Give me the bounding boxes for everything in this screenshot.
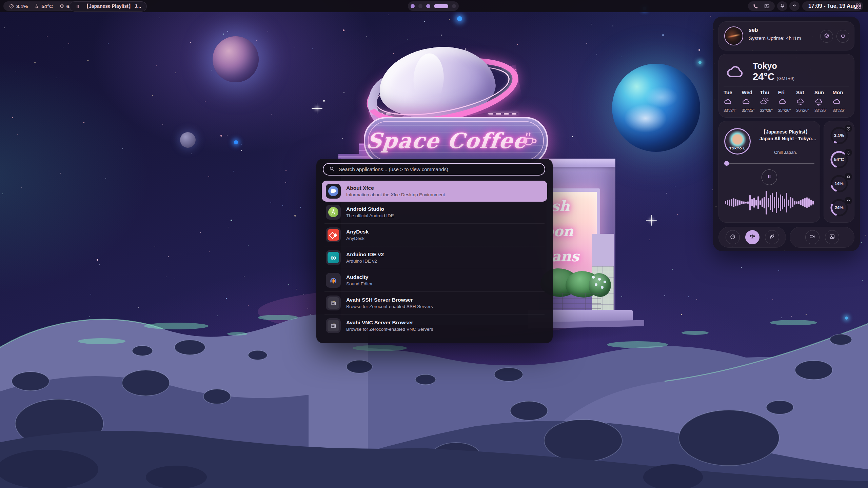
balanced-toggle[interactable] <box>745 230 760 244</box>
workspace-dot-3[interactable] <box>426 4 430 8</box>
screen-record-button[interactable] <box>805 230 820 244</box>
weather-icon <box>724 97 732 106</box>
workspace-dot-2[interactable] <box>418 4 422 8</box>
network-port-icon <box>326 318 341 333</box>
wallpaper-icon[interactable] <box>764 3 770 9</box>
weather-icon <box>778 97 787 106</box>
weather-icon <box>814 97 823 106</box>
app-row-anydesk[interactable]: AnyDesk AnyDesk <box>322 224 547 245</box>
bell-icon <box>780 3 785 9</box>
search-input[interactable] <box>338 166 539 172</box>
app-row-audacity[interactable]: Audacity Sound Editor <box>322 270 547 291</box>
arduino-icon: ∞ <box>326 250 341 265</box>
app-row-about-xfce[interactable]: About Xfce Information about the Xfce De… <box>322 181 547 202</box>
track-title: 【Japanese Playlist】 Japan All Night - To… <box>754 129 817 142</box>
speedometer-icon <box>730 233 736 241</box>
xfce-logo-icon <box>326 184 341 199</box>
chip-icon <box>845 173 852 180</box>
audacity-icon <box>326 273 341 288</box>
app-desc: Information about the Xfce Desktop Envir… <box>346 192 445 198</box>
disk-icon <box>845 197 852 204</box>
gear-icon <box>824 33 830 40</box>
power-button[interactable] <box>836 30 849 43</box>
cpu-value: 3.1% <box>16 3 28 9</box>
powersave-toggle[interactable] <box>765 230 779 244</box>
progress-bar[interactable] <box>724 163 814 164</box>
tray-pill <box>748 1 775 11</box>
cpu-gauge: 3.1% <box>824 123 854 147</box>
list-separator <box>324 314 545 314</box>
desktop: Space Coffee Fresh Moon Beans <box>0 0 868 488</box>
workspace-indicator[interactable] <box>408 1 459 11</box>
workspace-dot-1[interactable] <box>411 4 415 8</box>
volume-button[interactable] <box>789 1 800 11</box>
thermometer-icon <box>34 3 39 9</box>
cloud-icon-large <box>724 62 747 83</box>
app-row-android-studio[interactable]: Android Studio The official Android IDE <box>322 202 547 223</box>
purple-planet <box>213 36 259 82</box>
weather-icon <box>760 97 769 106</box>
temp-value: 54°C <box>41 3 53 9</box>
clock-label: 17:09 - Tue, 19 Aug <box>808 3 857 9</box>
pause-icon <box>75 4 80 9</box>
glow-star <box>234 140 238 144</box>
forecast-day: Wed35°/25° <box>742 89 760 113</box>
app-row-avahi-vnc[interactable]: Avahi VNC Server Browser Browse for Zero… <box>322 315 547 336</box>
disk-gauge: 24% <box>824 196 854 220</box>
sparkle-star <box>316 108 318 109</box>
memory-gauge: 14% <box>824 171 854 196</box>
temp-gauge: 54°C <box>824 147 854 171</box>
uptime-label: System Uptime: 4h11m <box>749 35 801 41</box>
app-desc: Arduino IDE v2 <box>346 258 384 264</box>
screenshot-button[interactable] <box>825 230 839 244</box>
weather-icon <box>796 97 805 106</box>
play-pause-button[interactable] <box>762 169 777 185</box>
app-list: About Xfce Information about the Xfce De… <box>322 181 547 336</box>
now-playing-pill[interactable]: 【Japanese Playlist】 J... <box>70 1 147 12</box>
phone-icon[interactable] <box>753 3 758 9</box>
weather-icon <box>832 97 841 106</box>
search-bar[interactable] <box>323 163 545 176</box>
scales-icon <box>749 233 755 241</box>
search-icon <box>329 166 335 173</box>
temp-stat: 54°C <box>34 3 53 9</box>
settings-button[interactable] <box>820 30 833 43</box>
app-title: About Xfce <box>346 185 445 192</box>
list-separator <box>324 223 545 224</box>
network-port-icon <box>326 296 341 310</box>
cpu-stat: 3.1% <box>9 3 28 9</box>
app-desc: The official Android IDE <box>346 213 394 219</box>
speaker-icon <box>792 3 797 9</box>
app-row-arduino[interactable]: ∞ Arduino IDE v2 Arduino IDE v2 <box>322 247 547 268</box>
app-row-avahi-ssh[interactable]: Avahi SSH Server Browser Browse for Zero… <box>322 292 547 313</box>
now-playing-label: 【Japanese Playlist】 J... <box>84 3 141 9</box>
weather-city: Tokyo <box>753 61 777 71</box>
workspace-dot-4[interactable] <box>434 4 448 8</box>
neon-signboard: Space Coffee <box>364 117 548 165</box>
album-art[interactable]: TOKYO L <box>724 128 751 155</box>
glow-star <box>698 61 702 64</box>
forecast-day: Sun33°/26° <box>814 89 833 113</box>
image-icon <box>829 233 835 241</box>
forecast-day: Tue33°/24° <box>724 89 742 113</box>
album-art-text: TOKYO L <box>725 147 750 150</box>
notifications-button[interactable] <box>777 1 787 11</box>
performance-toggle[interactable] <box>726 230 740 244</box>
small-moon <box>180 132 196 148</box>
window-neon-text: Beans <box>547 244 597 269</box>
sparkle-star <box>651 220 652 221</box>
marquee-lights <box>488 113 518 115</box>
progress-knob[interactable] <box>724 161 729 166</box>
dashboard-grid-icon[interactable] <box>855 3 862 11</box>
clock-pill[interactable]: 17:09 - Tue, 19 Aug <box>802 1 863 11</box>
app-desc: Browse for Zeroconf-enabled SSH Servers <box>346 304 433 310</box>
neon-cup-icon <box>519 128 539 148</box>
temp-value: 24°C <box>753 71 775 82</box>
workspace-dot-5[interactable] <box>452 4 456 8</box>
mode-toggle-card <box>718 227 786 248</box>
list-separator <box>324 246 545 246</box>
list-separator <box>324 269 545 269</box>
avatar[interactable] <box>724 26 743 45</box>
weather-card: Tokyo 24°C(GMT+9) Tue33°/24° Wed35°/25° … <box>718 54 854 118</box>
forecast-day: Thu33°/26° <box>760 89 778 113</box>
